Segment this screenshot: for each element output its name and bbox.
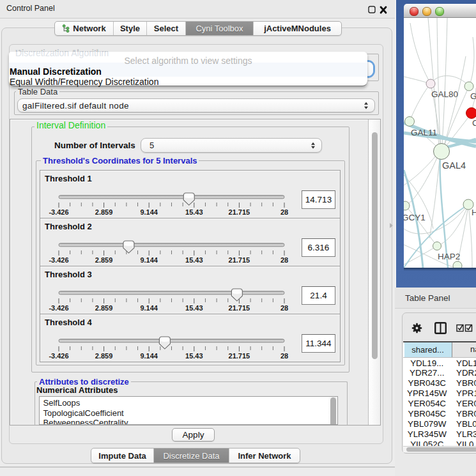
svg-text:GAL80: GAL80: [431, 89, 458, 99]
svg-text:-3.426: -3.426: [49, 208, 68, 216]
svg-text:9.144: 9.144: [140, 352, 158, 360]
svg-text:GAL11: GAL11: [411, 128, 437, 137]
svg-text:28: 28: [280, 304, 288, 312]
svg-text:9.144: 9.144: [140, 256, 158, 264]
svg-text:15.43: 15.43: [185, 352, 203, 360]
svg-text:9.144: 9.144: [140, 304, 158, 312]
svg-text:-3.426: -3.426: [49, 352, 68, 360]
svg-text:15.43: 15.43: [185, 304, 203, 312]
svg-text:2.859: 2.859: [95, 304, 113, 312]
svg-text:2.859: 2.859: [95, 352, 113, 360]
svg-text:HAP2: HAP2: [438, 252, 460, 261]
svg-text:GAL4: GAL4: [442, 160, 466, 171]
svg-text:21.715: 21.715: [229, 304, 250, 312]
svg-text:-3.426: -3.426: [49, 304, 68, 312]
svg-text:GA: GA: [470, 91, 476, 101]
svg-text:C: C: [472, 118, 476, 128]
svg-text:-3.426: -3.426: [49, 256, 68, 264]
svg-text:28: 28: [280, 256, 288, 264]
svg-text:21.715: 21.715: [229, 208, 250, 216]
svg-text:2.859: 2.859: [95, 208, 113, 216]
svg-text:9.144: 9.144: [140, 208, 158, 216]
svg-text:H: H: [472, 208, 476, 217]
svg-text:21.715: 21.715: [229, 352, 250, 360]
svg-text:15.43: 15.43: [185, 256, 203, 264]
svg-text:28: 28: [280, 208, 288, 216]
svg-text:2.859: 2.859: [95, 256, 113, 264]
svg-text:28: 28: [280, 352, 288, 360]
svg-text:15.43: 15.43: [185, 208, 203, 216]
svg-text:21.715: 21.715: [229, 256, 250, 264]
svg-text:GCY1: GCY1: [404, 213, 426, 222]
